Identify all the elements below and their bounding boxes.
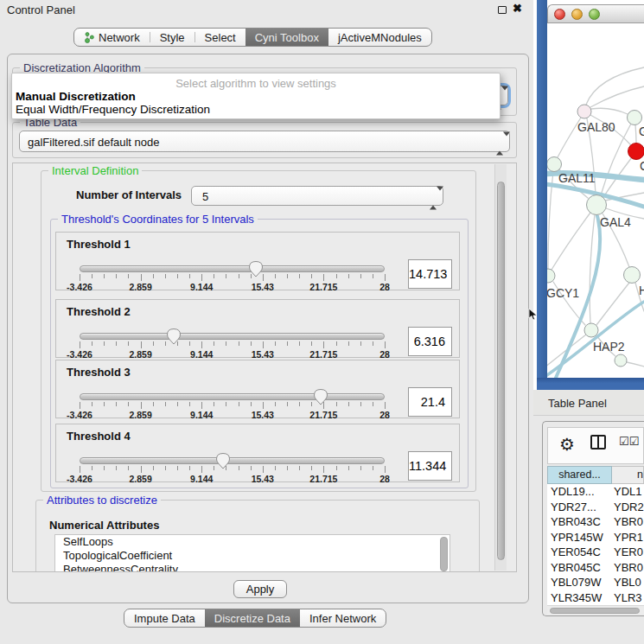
slider-track[interactable] [80, 393, 385, 400]
network-edge[interactable] [591, 108, 628, 114]
threshold-1-value-field[interactable]: 14.713 [408, 259, 452, 289]
table-row[interactable]: YLR345WYLR3 [547, 590, 644, 606]
threshold-3-value-field[interactable]: 21.4 [408, 387, 452, 417]
network-edge[interactable] [586, 67, 644, 105]
cell-shared-name[interactable]: YBL079W [547, 576, 614, 589]
list-item[interactable]: BetweennessCentrality [55, 563, 450, 572]
table-row[interactable]: YPR145WYPR1 [547, 530, 644, 545]
node-label-gal11: GAL11 [558, 171, 596, 185]
close-traffic-light-icon[interactable] [554, 9, 565, 20]
tab-infer-network[interactable]: Infer Network [300, 609, 386, 627]
scrollbar-thumb[interactable] [497, 182, 505, 560]
list-item[interactable]: SelfLoops [55, 535, 450, 549]
gear-icon[interactable]: ⚙ [559, 433, 575, 456]
cell-name[interactable]: YBR0 [614, 561, 644, 574]
scrollbar-track[interactable] [494, 164, 507, 571]
cell-name[interactable]: YER0 [614, 545, 644, 558]
tab-jactivemnodules[interactable]: jActiveMNodules [328, 29, 431, 46]
tab-cyni-toolbox[interactable]: Cyni Toolbox [245, 29, 328, 46]
cell-shared-name[interactable]: YDR27... [547, 501, 614, 513]
minimize-traffic-light-icon[interactable] [571, 9, 583, 20]
tab-network[interactable]: Network [74, 29, 150, 46]
cell-name[interactable]: YBL0 [614, 576, 644, 589]
table-data-combobox[interactable]: galFiltered.sif default node [19, 131, 510, 152]
network-node-node[interactable] [615, 354, 627, 367]
number-of-intervals-combobox[interactable]: 5 [191, 186, 443, 206]
tab-style[interactable]: Style [150, 29, 194, 46]
network-edge[interactable] [590, 86, 644, 107]
cell-name[interactable]: YDL1 [614, 485, 644, 498]
tab-select[interactable]: Select [195, 29, 245, 46]
slider-tick [153, 341, 154, 346]
threshold-4-slider[interactable]: -3.4262.8599.14415.4321.71528 [80, 456, 385, 483]
network-node-node-red[interactable] [628, 143, 644, 160]
slider-tick [251, 466, 252, 470]
cell-shared-name[interactable]: YLR345W [547, 591, 614, 604]
threshold-2-slider[interactable]: -3.4262.8599.14415.4321.71528 [80, 331, 385, 359]
slider-tick-label: 28 [379, 282, 390, 292]
network-node-gal80[interactable] [577, 105, 591, 118]
slider-track[interactable] [80, 333, 385, 340]
network-edge[interactable] [601, 124, 631, 195]
table-row[interactable]: YBR045CYBR0 [547, 560, 644, 576]
cell-name[interactable]: YPR1 [614, 531, 644, 544]
columns-icon[interactable] [590, 435, 606, 450]
threshold-3-slider[interactable]: -3.4262.8599.14415.4321.71528 [80, 392, 385, 419]
dropdown-placeholder[interactable]: Select algorithm to view settings [12, 73, 500, 90]
slider-thumb[interactable] [215, 452, 231, 469]
network-window-titlebar[interactable] [547, 4, 644, 23]
slider-track[interactable] [80, 265, 385, 272]
zoom-traffic-light-icon[interactable] [589, 9, 600, 20]
threshold-2-value-field[interactable]: 6.316 [408, 327, 452, 356]
cell-shared-name[interactable]: YBR043C [547, 515, 614, 528]
network-edge[interactable] [627, 362, 644, 367]
threshold-1-slider[interactable]: -3.4262.8599.14415.4321.71528 [80, 264, 385, 291]
column-header-shared-name[interactable]: shared... [547, 466, 612, 484]
table-row[interactable]: YBL079WYBL0 [547, 575, 644, 590]
cell-shared-name[interactable]: YER054C [547, 545, 614, 558]
dropdown-item-equal-width[interactable]: Equal Width/Frequency Discretization [12, 103, 500, 116]
network-node-node[interactable] [628, 111, 642, 125]
horizontal-scrollbar[interactable] [547, 605, 644, 615]
cell-shared-name[interactable]: YBR045C [547, 561, 614, 574]
network-edge[interactable] [590, 214, 595, 323]
float-window-icon[interactable] [498, 6, 507, 14]
stepper-arrows-icon[interactable] [496, 136, 505, 147]
slider-thumb[interactable] [166, 328, 182, 345]
network-view[interactable]: GAL80GACGAL11GAL4GCY1HHAP2 [547, 23, 644, 378]
cell-shared-name[interactable]: YPR145W [547, 531, 614, 544]
cell-name[interactable]: YLR3 [614, 591, 644, 604]
network-node-gal11[interactable] [547, 157, 562, 172]
threshold-4-value-field[interactable]: 11.344 [408, 451, 452, 481]
network-edge[interactable] [596, 283, 629, 325]
network-node-gal4[interactable] [587, 195, 607, 215]
tab-discretize-data[interactable]: Discretize Data [205, 609, 300, 627]
slider-thumb[interactable] [248, 260, 264, 277]
apply-button[interactable]: Apply [233, 580, 287, 598]
cell-shared-name[interactable]: YDL19... [547, 485, 614, 498]
checkbox-icons[interactable]: ☑☑ [619, 435, 639, 448]
network-node-gcy1[interactable] [547, 269, 555, 283]
list-item[interactable]: TopologicalCoefficient [55, 549, 450, 563]
network-node-hap2[interactable] [584, 323, 598, 337]
numerical-attributes-list[interactable]: SelfLoopsTopologicalCoefficientBetweenne… [54, 534, 450, 572]
close-icon[interactable]: ✖ [513, 2, 522, 16]
network-node-node[interactable] [624, 267, 641, 284]
slider-tick [323, 341, 324, 348]
table-row[interactable]: YDR27...YDR2 [547, 500, 644, 515]
list-scrollbar[interactable] [440, 537, 448, 571]
table-row[interactable]: YDL19...YDL1 [547, 484, 644, 500]
scrollbar-thumb[interactable] [550, 608, 640, 614]
cell-name[interactable]: YBR0 [614, 515, 644, 528]
dropdown-item-manual[interactable]: Manual Discretization [12, 90, 500, 103]
tab-impute-data[interactable]: Impute Data [124, 609, 205, 627]
cell-name[interactable]: YDR2 [614, 501, 644, 513]
table-row[interactable]: YBR043CYBR0 [547, 514, 644, 530]
network-edge[interactable] [635, 124, 636, 143]
network-edge[interactable] [552, 213, 590, 270]
slider-track[interactable] [80, 457, 385, 464]
slider-thumb[interactable] [313, 388, 328, 405]
table-row[interactable]: YER054CYER0 [547, 545, 644, 560]
stepper-arrows-icon[interactable] [430, 190, 438, 201]
column-header-name[interactable]: name [612, 466, 644, 484]
